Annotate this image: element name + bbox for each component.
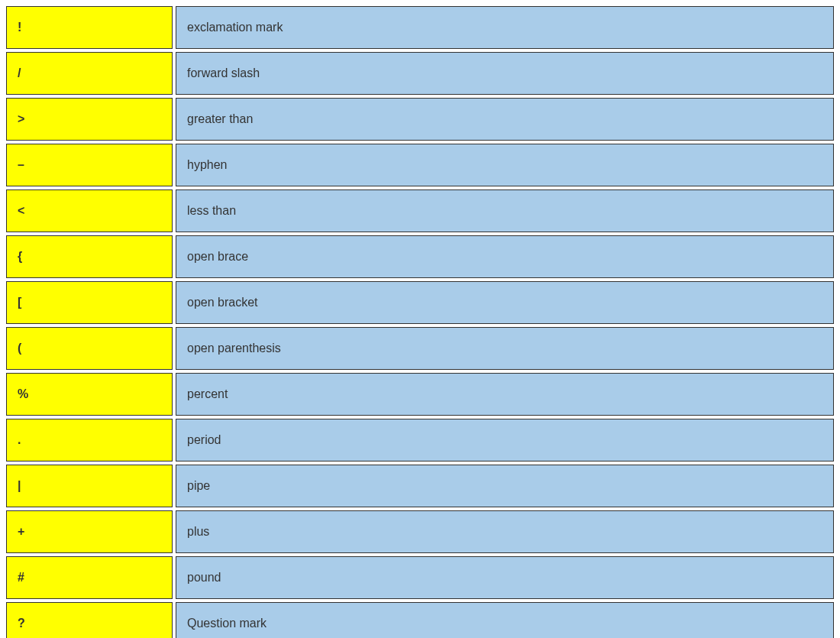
table-row: – hyphen (6, 144, 834, 186)
name-cell: pipe (176, 465, 834, 507)
table-row: ( open parenthesis (6, 327, 834, 370)
name-cell: hyphen (176, 144, 834, 186)
symbol-cell: / (6, 52, 173, 95)
table-row: { open brace (6, 235, 834, 278)
table-row: ! exclamation mark (6, 6, 834, 49)
table-row: < less than (6, 189, 834, 232)
table-row: | pipe (6, 465, 834, 507)
symbol-cell: ( (6, 327, 173, 370)
table-row: > greater than (6, 98, 834, 141)
name-cell: greater than (176, 98, 834, 141)
symbol-cell: . (6, 419, 173, 461)
table-row: ? Question mark (6, 602, 834, 638)
name-cell: less than (176, 189, 834, 232)
symbol-cell: % (6, 373, 173, 416)
symbol-cell: – (6, 144, 173, 186)
name-cell: plus (176, 510, 834, 553)
symbol-cell: { (6, 235, 173, 278)
name-cell: open parenthesis (176, 327, 834, 370)
table-row: [ open bracket (6, 281, 834, 324)
table-row: . period (6, 419, 834, 461)
name-cell: Question mark (176, 602, 834, 638)
name-cell: forward slash (176, 52, 834, 95)
symbol-cell: | (6, 465, 173, 507)
symbol-cell: # (6, 556, 173, 599)
table-row: % percent (6, 373, 834, 416)
symbol-cell: + (6, 510, 173, 553)
symbol-cell: ? (6, 602, 173, 638)
table-row: # pound (6, 556, 834, 599)
symbol-cell: [ (6, 281, 173, 324)
symbol-cell: > (6, 98, 173, 141)
name-cell: exclamation mark (176, 6, 834, 49)
symbol-cell: ! (6, 6, 173, 49)
name-cell: period (176, 419, 834, 461)
symbols-table: ! exclamation mark / forward slash > gre… (3, 3, 837, 638)
table-row: + plus (6, 510, 834, 553)
name-cell: open brace (176, 235, 834, 278)
table-row: / forward slash (6, 52, 834, 95)
name-cell: percent (176, 373, 834, 416)
name-cell: open bracket (176, 281, 834, 324)
name-cell: pound (176, 556, 834, 599)
symbol-cell: < (6, 189, 173, 232)
